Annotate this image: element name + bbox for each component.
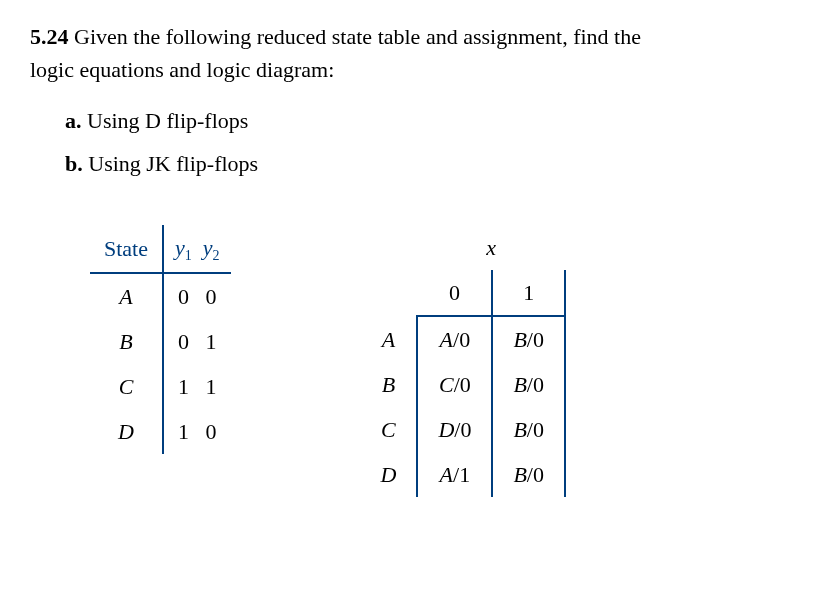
problem-text-line2: logic equations and logic diagram:: [30, 57, 334, 82]
assignment-row-A: A 0 0: [90, 273, 231, 319]
transition-row-B: B C/0 B/0: [361, 362, 565, 407]
transition-row-C: C D/0 B/0: [361, 407, 565, 452]
part-b-text: Using JK flip-flops: [88, 151, 258, 176]
transition-col1-header: 1: [492, 270, 565, 316]
part-a: a. Using D flip-flops: [65, 104, 806, 137]
transition-table: x 0 1 A A/0 B/0 B C/0 B/0 C D/0 B/0 D A/…: [361, 225, 566, 497]
transition-row-D: D A/1 B/0: [361, 452, 565, 497]
assignment-row-D: D 1 0: [90, 409, 231, 454]
assignment-header-y1y2: y1 y2: [163, 225, 231, 273]
problem-text-line1: Given the following reduced state table …: [74, 24, 641, 49]
part-a-text: Using D flip-flops: [87, 108, 248, 133]
transition-col0-header: 0: [417, 270, 492, 316]
assignment-row-C: C 1 1: [90, 364, 231, 409]
part-b-letter: b.: [65, 151, 83, 176]
assignment-table: State y1 y2 A 0 0 B 0 1 C 1 1 D 1 0: [90, 225, 231, 454]
transition-row-A: A A/0 B/0: [361, 316, 565, 362]
assignment-header-state: State: [90, 225, 163, 273]
problem-statement: 5.24 Given the following reduced state t…: [30, 20, 806, 86]
parts-list: a. Using D flip-flops b. Using JK flip-f…: [30, 104, 806, 180]
part-b: b. Using JK flip-flops: [65, 147, 806, 180]
part-a-letter: a.: [65, 108, 82, 133]
transition-x-header: x: [417, 225, 565, 270]
problem-number: 5.24: [30, 24, 69, 49]
assignment-row-B: B 0 1: [90, 319, 231, 364]
tables-row: State y1 y2 A 0 0 B 0 1 C 1 1 D 1 0 x: [30, 225, 806, 497]
